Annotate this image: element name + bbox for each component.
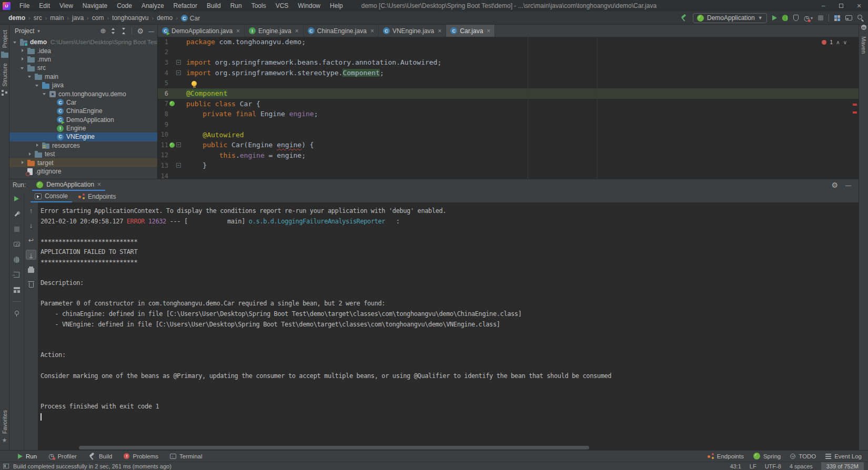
- stripe-tab-project[interactable]: Project: [1, 25, 8, 58]
- status-widget-utf-8[interactable]: UTF-8: [765, 463, 781, 469]
- tree-item--gitignore[interactable]: .gitignore: [9, 167, 157, 176]
- grid-blue-icon[interactable]: [834, 15, 840, 21]
- close-icon[interactable]: ×: [295, 27, 299, 35]
- code-line-3[interactable]: 3import org.springframework.beans.factor…: [158, 57, 859, 68]
- code-line-10[interactable]: 10 @Autowired: [158, 129, 859, 140]
- tree-item-car[interactable]: Car: [9, 98, 157, 107]
- fold-icon[interactable]: [176, 163, 181, 168]
- breadcrumb-tonghoangvu[interactable]: tonghoangvu: [111, 14, 149, 22]
- console-tab-endpoints[interactable]: Endpoints: [74, 191, 120, 202]
- chevron-open-icon[interactable]: [35, 83, 41, 88]
- close-button[interactable]: [850, 0, 868, 12]
- code-line-7[interactable]: 7public class Car {: [158, 99, 859, 109]
- close-icon[interactable]: ×: [236, 27, 240, 35]
- menu-item-refactor[interactable]: Refactor: [169, 2, 202, 9]
- expand-all-icon[interactable]: [110, 28, 116, 34]
- menu-item-window[interactable]: Window: [293, 2, 325, 9]
- layout-button[interactable]: [12, 285, 22, 295]
- inspection-widget[interactable]: 1 ∧ ∨: [822, 39, 847, 45]
- tree-item-resources[interactable]: resources: [9, 141, 157, 150]
- tree-item-com-tonghoangvu-demo[interactable]: com.tonghoangvu.demo: [9, 89, 157, 98]
- close-icon[interactable]: ×: [487, 27, 490, 35]
- editor-tab-chinaengine-java[interactable]: ChinaEngine.java×: [304, 25, 379, 37]
- tree-item-main[interactable]: main: [9, 73, 157, 81]
- code-line-13[interactable]: 13 }: [158, 160, 859, 171]
- run-configuration-select[interactable]: DemoApplication▼: [693, 13, 767, 23]
- maximize-button[interactable]: [832, 4, 850, 8]
- breadcrumb-car[interactable]: Car: [180, 15, 201, 22]
- screen-icon[interactable]: [845, 15, 852, 21]
- locate-icon[interactable]: [100, 27, 106, 35]
- breadcrumb-demo[interactable]: demo: [7, 14, 26, 22]
- code-line-12[interactable]: 12 this.engine = engine;: [158, 150, 859, 161]
- editor-tab-car-java[interactable]: Car.java×: [446, 25, 495, 37]
- next-error-icon[interactable]: ∨: [843, 39, 847, 45]
- tree-item-chinaengine[interactable]: ChinaEngine: [9, 107, 157, 115]
- chevron-closed-icon[interactable]: [27, 151, 33, 157]
- close-icon[interactable]: ×: [97, 181, 101, 188]
- console-tab-console[interactable]: Console: [31, 191, 72, 202]
- stripe-tab-maven[interactable]: Maven: [861, 25, 867, 57]
- tool-window-button-endpoints[interactable]: Endpoints: [708, 453, 744, 459]
- breadcrumb-com[interactable]: com: [91, 14, 105, 22]
- tree-item-test[interactable]: test: [9, 150, 157, 158]
- print-button[interactable]: [26, 264, 36, 274]
- camera-button[interactable]: [12, 239, 22, 249]
- bean-icon[interactable]: [169, 101, 175, 106]
- menu-item-tools[interactable]: Tools: [247, 2, 271, 9]
- tool-window-button-spring[interactable]: Spring: [753, 453, 781, 459]
- code-line-14[interactable]: 14: [158, 171, 859, 179]
- menu-item-navigate[interactable]: Navigate: [78, 2, 112, 9]
- bulb-icon[interactable]: [191, 81, 197, 86]
- chevron-closed-icon[interactable]: [20, 56, 26, 62]
- code-line-4[interactable]: 4import org.springframework.stereotype.C…: [158, 68, 859, 78]
- menu-item-build[interactable]: Build: [202, 2, 226, 9]
- tool-window-switcher-icon[interactable]: [3, 464, 9, 468]
- tree-item--mvn[interactable]: .mvn: [9, 55, 157, 64]
- search-icon[interactable]: [857, 15, 862, 19]
- stripe-tab-favorites[interactable]: Favorites: [2, 405, 8, 444]
- run-tab-demoapplication[interactable]: DemoApplication ×: [32, 179, 105, 191]
- breadcrumb-demo[interactable]: demo: [156, 14, 174, 22]
- tree-item-demoapplication[interactable]: DemoApplication: [9, 116, 157, 124]
- hammer-green-icon[interactable]: [680, 14, 688, 22]
- tool-window-button-terminal[interactable]: Terminal: [170, 453, 202, 459]
- stop-disabled-button[interactable]: [12, 224, 22, 234]
- profiler-button[interactable]: ▾: [804, 14, 813, 22]
- error-mark[interactable]: [853, 104, 857, 106]
- chevron-closed-icon[interactable]: [35, 142, 41, 148]
- memory-indicator[interactable]: 339 of 752M: [821, 462, 864, 470]
- trash-button[interactable]: [26, 279, 36, 289]
- debug-icon[interactable]: [782, 15, 788, 21]
- tool-window-button-run[interactable]: Run: [18, 453, 37, 459]
- status-message[interactable]: Build completed successfully in 2 sec, 2…: [13, 463, 171, 469]
- code-line-6[interactable]: 6@Component: [158, 88, 859, 99]
- gear-icon[interactable]: [137, 27, 144, 35]
- arrow-up-button[interactable]: [26, 206, 36, 216]
- project-view-selector[interactable]: Project▾: [15, 27, 40, 35]
- error-stripe[interactable]: [851, 37, 859, 179]
- chevron-closed-icon[interactable]: [20, 48, 26, 54]
- horizontal-scrollbar[interactable]: [79, 446, 589, 449]
- tool-window-button-event-log[interactable]: Event Log: [825, 453, 862, 459]
- hide-icon[interactable]: [845, 182, 851, 188]
- chevron-open-icon[interactable]: [27, 74, 33, 79]
- code-line-5[interactable]: 5: [158, 78, 859, 88]
- gear-icon[interactable]: [831, 181, 838, 189]
- tree-item-engine[interactable]: Engine: [9, 124, 157, 132]
- collapse-all-icon[interactable]: [121, 28, 127, 34]
- bug-disabled-button[interactable]: [12, 254, 22, 264]
- code-editor[interactable]: 1package com.tonghoangvu.demo;23import o…: [158, 37, 859, 179]
- tool-window-button-problems[interactable]: Problems: [124, 453, 158, 459]
- editor-tab-demoapplication-java[interactable]: DemoApplication.java×: [158, 25, 245, 37]
- error-mark[interactable]: [853, 111, 857, 114]
- menu-item-code[interactable]: Code: [112, 2, 137, 9]
- code-line-9[interactable]: 9: [158, 119, 859, 130]
- code-line-11[interactable]: 11 public Car(Engine engine) {: [158, 140, 859, 150]
- code-line-8[interactable]: 8 private final Engine engine;: [158, 109, 859, 119]
- editor-tab-engine-java[interactable]: Engine.java×: [245, 25, 304, 37]
- prev-error-icon[interactable]: ∧: [836, 39, 840, 45]
- tool-window-button-build[interactable]: Build: [88, 453, 113, 460]
- exit-button[interactable]: [12, 270, 22, 280]
- status-widget-4-spaces[interactable]: 4 spaces: [790, 463, 813, 469]
